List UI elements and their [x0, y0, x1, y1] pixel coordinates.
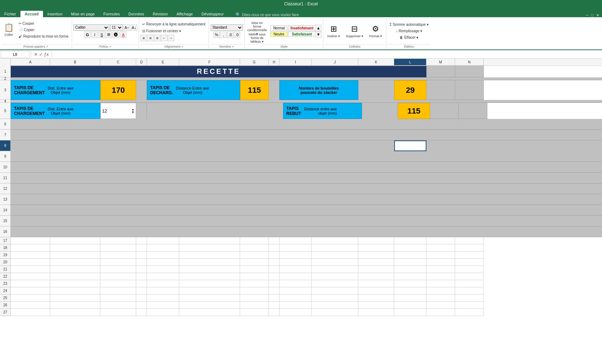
cell-L17[interactable] — [394, 237, 426, 244]
cell-N18[interactable] — [455, 244, 484, 252]
cell-B23[interactable] — [50, 280, 100, 287]
cell-M1[interactable] — [426, 66, 455, 77]
col-header-K[interactable]: K — [358, 59, 394, 66]
cell-N5[interactable] — [459, 103, 487, 119]
col-header-D[interactable]: D — [136, 59, 147, 66]
cell-D24[interactable] — [136, 287, 147, 294]
italic-button[interactable]: I — [91, 32, 98, 38]
cell-N27[interactable] — [455, 309, 484, 316]
remplissage-button[interactable]: ↓ Remplissage ▾ — [394, 28, 424, 34]
tab-formules[interactable]: Formules — [99, 11, 124, 17]
col-header-F[interactable]: F — [179, 59, 240, 66]
grid-scroll[interactable]: 1 RECETTE 2 3 TAPIS DE CHARGEMEN — [0, 66, 602, 364]
cell-J21[interactable] — [312, 266, 358, 273]
cell-A24[interactable] — [11, 287, 50, 294]
cell-D26[interactable] — [136, 302, 147, 309]
cell-N25[interactable] — [455, 294, 484, 302]
cell-A25[interactable] — [11, 294, 50, 302]
cell-F26[interactable] — [179, 302, 240, 309]
cell-G26[interactable] — [240, 302, 269, 309]
maximize-btn[interactable]: □ — [591, 13, 593, 17]
style-scroll-up[interactable]: ▲ — [315, 25, 321, 31]
cell-C24[interactable] — [100, 287, 136, 294]
underline-button[interactable]: S — [99, 32, 105, 38]
cell-A27[interactable] — [11, 309, 50, 316]
cell-I22[interactable] — [280, 273, 312, 280]
couper-button[interactable]: ✂ Couper — [17, 20, 70, 27]
cell-A18[interactable] — [11, 244, 50, 252]
cell-L26[interactable] — [394, 302, 426, 309]
cell-D22[interactable] — [136, 273, 147, 280]
col-header-G[interactable]: G — [240, 59, 269, 66]
cell-E21[interactable] — [147, 266, 179, 273]
cell-N21[interactable] — [455, 266, 484, 273]
col-header-A[interactable]: A — [11, 59, 50, 66]
supprimer-button[interactable]: ⊟ Supprimer ▾ — [343, 20, 366, 42]
cell-M20[interactable] — [426, 259, 455, 266]
cell-F25[interactable] — [179, 294, 240, 302]
cell-B18[interactable] — [50, 244, 100, 252]
border-button[interactable]: ⊞ — [106, 32, 112, 38]
cell-G24[interactable] — [240, 287, 269, 294]
cell-K22[interactable] — [358, 273, 394, 280]
cell-J18[interactable] — [312, 244, 358, 252]
cell-M17[interactable] — [426, 237, 455, 244]
font-color-button[interactable]: A — [120, 32, 126, 38]
cell-I20[interactable] — [280, 259, 312, 266]
cell-N24[interactable] — [455, 287, 484, 294]
minimize-btn[interactable]: ─ — [586, 13, 588, 17]
cell-A21[interactable] — [11, 266, 50, 273]
cell-D19[interactable] — [136, 252, 147, 259]
cell-J8[interactable] — [312, 140, 358, 151]
style-neutre[interactable]: Neutre — [271, 32, 287, 37]
cell-G21[interactable] — [240, 266, 269, 273]
style-insatisfaisant[interactable]: Insatisfaisant — [288, 25, 316, 31]
cell-J19[interactable] — [312, 252, 358, 259]
cell-B27[interactable] — [50, 309, 100, 316]
dec-decrease-btn[interactable]: .0 — [234, 32, 240, 38]
close-btn[interactable]: ✕ — [596, 13, 599, 17]
expand-alignement[interactable]: ↗ — [181, 45, 183, 48]
cell-H17[interactable] — [269, 237, 280, 244]
cell-B26[interactable] — [50, 302, 100, 309]
merge-center-button[interactable]: ⊟ Fusionner et centrer ▾ — [140, 28, 183, 34]
cell-J22[interactable] — [312, 273, 358, 280]
cell-A20[interactable] — [11, 259, 50, 266]
cell-E23[interactable] — [147, 280, 179, 287]
cell-A23[interactable] — [11, 280, 50, 287]
conditional-format-button[interactable]: Mise en forme conditionnelle ▾ — [246, 20, 268, 31]
cell-N20[interactable] — [455, 259, 484, 266]
cell-J26[interactable] — [312, 302, 358, 309]
cell-I25[interactable] — [280, 294, 312, 302]
cell-N19[interactable] — [455, 252, 484, 259]
col-header-L[interactable]: L — [394, 59, 426, 66]
formula-input[interactable] — [53, 52, 601, 57]
effacer-button[interactable]: 🗑 Effacer ▾ — [398, 34, 420, 40]
cell-A5-B5-cyan[interactable]: TAPIS DE CHARGEMENT Dist. Entre axe Obje… — [11, 103, 100, 119]
col-header-I[interactable]: I — [280, 59, 312, 66]
cell-K24[interactable] — [358, 287, 394, 294]
cell-reference-box[interactable] — [1, 51, 29, 58]
cell-E18[interactable] — [147, 244, 179, 252]
tab-insertion[interactable]: Insertion — [43, 11, 67, 17]
cell-N17[interactable] — [455, 237, 484, 244]
cell-C23[interactable] — [100, 280, 136, 287]
cell-M3[interactable] — [426, 80, 455, 100]
cell-N26[interactable] — [455, 302, 484, 309]
cell-E26[interactable] — [147, 302, 179, 309]
cell-K21[interactable] — [358, 266, 394, 273]
cell-E3-F3-cyan[interactable]: TAPIS DE DECHARG. Distance Entre axe Obj… — [147, 80, 240, 100]
cell-D25[interactable] — [136, 294, 147, 302]
fill-color-button[interactable]: 🅐 — [113, 32, 119, 38]
cell-H26[interactable] — [269, 302, 280, 309]
cell-M5[interactable] — [430, 103, 459, 119]
coller-button[interactable]: 📋 Coller — [1, 19, 16, 41]
cell-J23[interactable] — [312, 280, 358, 287]
insert-function-icon[interactable]: ƒx — [44, 52, 49, 57]
cell-K18[interactable] — [358, 244, 394, 252]
cell-K8[interactable] — [358, 140, 394, 151]
cell-I17[interactable] — [280, 237, 312, 244]
cell-A22[interactable] — [11, 273, 50, 280]
cell-C27[interactable] — [100, 309, 136, 316]
cell-E8[interactable] — [147, 140, 179, 151]
